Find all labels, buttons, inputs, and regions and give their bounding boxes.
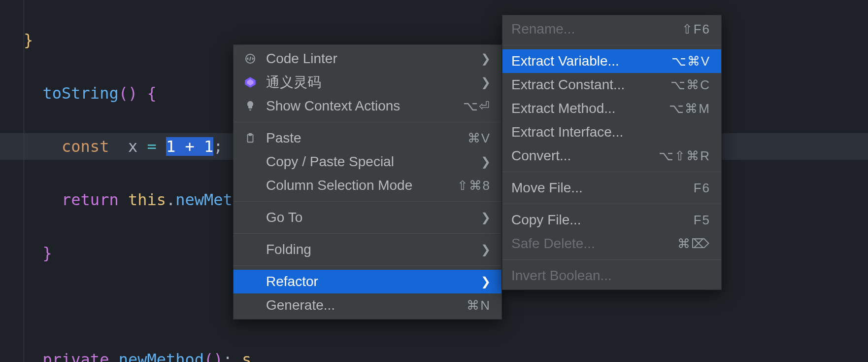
menu-item-code-linter[interactable]: Code Linter ❯ xyxy=(234,47,501,71)
menu-item-move-file[interactable]: Move File... F6 xyxy=(502,176,721,200)
blank-icon xyxy=(242,274,258,290)
menu-label: Extract Interface... xyxy=(511,124,683,140)
var-name: x xyxy=(128,137,137,156)
menu-separator xyxy=(234,233,501,234)
bulb-icon xyxy=(242,98,258,114)
menu-item-invert-boolean[interactable]: Invert Boolean... xyxy=(502,264,721,288)
menu-label: Show Context Actions xyxy=(266,98,435,114)
keyword-private: private xyxy=(43,350,109,362)
menu-shortcut: F6 xyxy=(694,181,710,196)
clipboard-icon xyxy=(242,130,258,146)
menu-item-paste[interactable]: Paste ⌘V xyxy=(234,126,501,150)
blank-icon xyxy=(242,210,258,225)
menu-label: Copy File... xyxy=(511,212,666,228)
menu-shortcut: ⌥⇧⌘R xyxy=(659,148,710,164)
menu-item-goto[interactable]: Go To ❯ xyxy=(234,206,501,229)
menu-label: Invert Boolean... xyxy=(511,268,710,284)
chevron-right-icon: ❯ xyxy=(481,275,491,289)
menu-label: Rename... xyxy=(511,21,654,37)
menu-label: Extract Variable... xyxy=(511,53,644,69)
op-equals: = xyxy=(147,137,156,156)
blank-icon xyxy=(242,154,258,170)
chevron-right-icon: ❯ xyxy=(481,75,491,89)
menu-separator xyxy=(234,201,501,202)
menu-shortcut: ⌥⏎ xyxy=(463,99,491,114)
menu-shortcut: ⌘⌦ xyxy=(677,236,710,252)
parens: () xyxy=(119,84,138,103)
menu-separator xyxy=(502,259,721,260)
keyword-return: return xyxy=(62,190,119,209)
brace: } xyxy=(24,31,33,49)
menu-shortcut: ⌥⌘V xyxy=(671,54,710,69)
menu-item-safe-delete[interactable]: Safe Delete... ⌘⌦ xyxy=(502,232,721,255)
blank-icon xyxy=(242,178,258,193)
menu-item-extract-constant[interactable]: Extract Constant... ⌥⌘C xyxy=(502,73,721,97)
dot: . xyxy=(166,190,175,209)
menu-label: Code Linter xyxy=(266,51,453,67)
menu-shortcut: ⌥⌘M xyxy=(669,101,710,116)
blank-icon xyxy=(242,242,258,257)
menu-item-refactor[interactable]: Refactor ❯ xyxy=(234,270,501,293)
colon: : xyxy=(223,350,233,362)
menu-separator xyxy=(502,204,721,204)
menu-item-tongyi[interactable]: 通义灵码 ❯ xyxy=(234,71,501,94)
menu-label: Extract Method... xyxy=(511,101,641,116)
menu-label: 通义灵码 xyxy=(266,73,453,92)
menu-label: Refactor xyxy=(266,274,453,290)
method-name: toString xyxy=(43,84,119,103)
linter-icon xyxy=(242,51,258,67)
menu-label: Copy / Paste Special xyxy=(266,154,453,170)
tongyi-icon xyxy=(242,74,258,90)
menu-item-column-selection[interactable]: Column Selection Mode ⇧⌘8 xyxy=(234,174,501,197)
menu-item-folding[interactable]: Folding ❯ xyxy=(234,238,501,261)
menu-item-extract-interface[interactable]: Extract Interface... xyxy=(502,120,721,144)
menu-shortcut: F5 xyxy=(694,213,710,228)
menu-shortcut: ⌥⌘C xyxy=(670,77,710,93)
context-menu[interactable]: Code Linter ❯ 通义灵码 ❯ Show Context Action… xyxy=(233,44,502,320)
menu-label: Paste xyxy=(266,130,440,146)
this: this xyxy=(128,190,166,209)
menu-separator xyxy=(502,172,721,172)
menu-shortcut: ⌘N xyxy=(467,298,491,313)
menu-item-rename[interactable]: Rename... ⇧F6 xyxy=(502,17,721,41)
menu-item-extract-variable[interactable]: Extract Variable... ⌥⌘V xyxy=(502,49,721,73)
menu-label: Column Selection Mode xyxy=(266,178,430,193)
menu-item-convert[interactable]: Convert... ⌥⇧⌘R xyxy=(502,144,721,168)
menu-label: Extract Constant... xyxy=(511,77,643,93)
brace-open: { xyxy=(137,84,157,103)
menu-item-context-actions[interactable]: Show Context Actions ⌥⏎ xyxy=(234,94,501,118)
menu-label: Folding xyxy=(266,242,453,257)
semicolon: ; xyxy=(213,137,223,156)
menu-separator xyxy=(502,45,721,45)
blank-icon xyxy=(242,297,258,313)
chevron-right-icon: ❯ xyxy=(481,211,491,224)
menu-item-extract-method[interactable]: Extract Method... ⌥⌘M xyxy=(502,97,721,120)
menu-item-copy-paste-special[interactable]: Copy / Paste Special ❯ xyxy=(234,150,501,174)
menu-label: Move File... xyxy=(511,180,666,196)
menu-label: Generate... xyxy=(266,297,439,313)
code-editor[interactable]: } toString() { const x = 1 + 1; return t… xyxy=(0,0,251,362)
menu-shortcut: ⇧F6 xyxy=(682,22,710,37)
chevron-right-icon: ❯ xyxy=(481,243,491,256)
refactor-submenu[interactable]: Rename... ⇧F6 Extract Variable... ⌥⌘V Ex… xyxy=(502,15,722,290)
selection[interactable]: 1 + 1 xyxy=(166,137,213,156)
menu-label: Convert... xyxy=(511,148,631,164)
method-name: newMethod xyxy=(119,350,204,362)
chevron-right-icon: ❯ xyxy=(481,52,491,66)
keyword-const: const xyxy=(62,137,109,156)
menu-separator xyxy=(234,265,501,266)
menu-shortcut: ⌘V xyxy=(467,131,491,146)
menu-item-generate[interactable]: Generate... ⌘N xyxy=(234,293,501,317)
menu-shortcut: ⇧⌘8 xyxy=(457,178,491,193)
svg-rect-4 xyxy=(249,134,252,136)
brace-close: } xyxy=(43,244,52,262)
menu-label: Go To xyxy=(266,210,453,225)
menu-label: Safe Delete... xyxy=(511,236,650,252)
parens: () xyxy=(204,350,223,362)
type: s xyxy=(242,350,251,362)
menu-separator xyxy=(234,122,501,122)
chevron-right-icon: ❯ xyxy=(481,155,491,169)
menu-item-copy-file[interactable]: Copy File... F5 xyxy=(502,208,721,232)
